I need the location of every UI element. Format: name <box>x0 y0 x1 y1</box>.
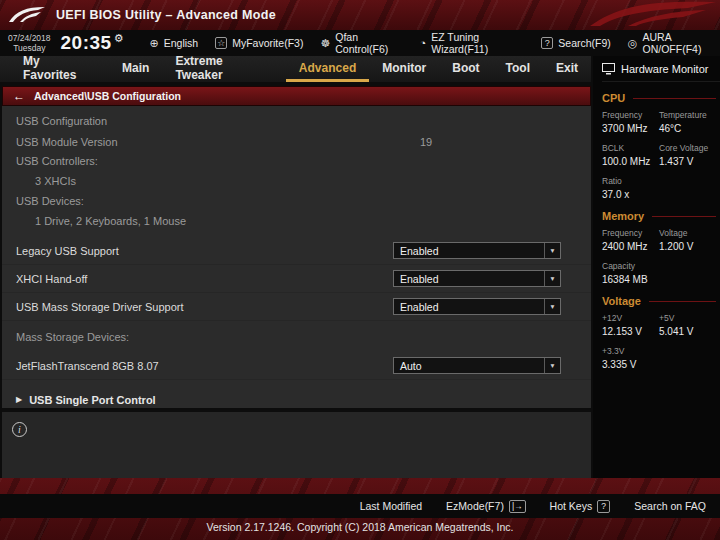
search-on-faq-button[interactable]: Search on FAQ <box>634 500 706 512</box>
submenu-arrow-icon: ▶ <box>16 395 22 404</box>
tab-advanced[interactable]: Advanced <box>286 56 369 82</box>
toolbar-item-myfavorite[interactable]: ☆MyFavorite(F3) <box>215 37 303 49</box>
tab-tool[interactable]: Tool <box>493 56 543 82</box>
back-arrow-icon[interactable]: ← <box>13 89 25 103</box>
hw-reading-cpu-temperature: Temperature46°C <box>659 110 720 134</box>
hw-section-title: CPU <box>602 92 625 104</box>
setting-row-usb-mass-storage-driver-support[interactable]: USB Mass Storage Driver SupportEnabled▼ <box>2 293 591 321</box>
tab-monitor[interactable]: Monitor <box>369 56 439 82</box>
clock-settings-gear-icon[interactable]: ⚙ <box>114 32 124 45</box>
setting-label: Legacy USB Support <box>16 245 119 257</box>
dropdown-selected-value: Enabled <box>394 245 544 257</box>
hw-reading-value: 3700 MHz <box>602 123 659 134</box>
time-display: 20:35 <box>61 32 112 54</box>
hw-reading-value: 16384 MB <box>602 274 659 285</box>
dropdown-xhci-hand-off[interactable]: Enabled▼ <box>393 270 561 287</box>
hw-reading-memory-capacity: Capacity16384 MB <box>602 261 659 285</box>
info-icon: i <box>12 422 27 437</box>
dropdown-jetflashtranscend-8gb-8-07[interactable]: Auto▼ <box>393 357 561 374</box>
setting-row-jetflashtranscend-8gb-8-07[interactable]: JetFlashTranscend 8GB 8.07Auto▼ <box>2 352 591 380</box>
help-description-box: i <box>2 410 591 478</box>
chevron-down-icon: ▼ <box>544 358 560 373</box>
search-on-faq-label: Search on FAQ <box>634 500 706 512</box>
ezmode-switch-icon: |→ <box>509 500 526 513</box>
toolbar-item-label: Qfan Control(F6) <box>335 31 402 55</box>
breadcrumb-path: Advanced\USB Configuration <box>34 90 181 102</box>
toolbar-item-search[interactable]: ?Search(F9) <box>541 37 611 49</box>
hw-reading-label: BCLK <box>602 143 659 153</box>
hot-keys-button[interactable]: Hot Keys ? <box>550 500 611 513</box>
hw-reading-label: +12V <box>602 313 659 323</box>
setting-label: 3 XHCIs <box>35 175 76 187</box>
setting-label: USB Mass Storage Driver Support <box>16 301 184 313</box>
setting-label: Mass Storage Devices: <box>16 331 129 343</box>
toolbar-item-aura[interactable]: ◎AURA ON/OFF(F4) <box>628 31 720 55</box>
hw-reading-label: +3.3V <box>602 346 659 356</box>
setting-label: USB Single Port Control <box>29 394 156 406</box>
hw-reading-label: Frequency <box>602 228 659 238</box>
hot-keys-question-icon: ? <box>597 500 610 513</box>
titlebar: UEFI BIOS Utility – Advanced Mode <box>0 0 720 30</box>
chevron-down-icon: ▼ <box>544 299 560 314</box>
tab-exit[interactable]: Exit <box>543 56 591 82</box>
toolbar-item-ez-tuning[interactable]: ◔EZ Tuning Wizard(F11) <box>420 31 525 55</box>
hw-reading-memory-frequency: Frequency2400 MHz <box>602 228 659 252</box>
tab-main[interactable]: Main <box>109 56 162 82</box>
wizard-icon: ◔ <box>420 37 427 49</box>
setting-row-usb-module-version: USB Module Version19 <box>2 132 591 151</box>
setting-row-mass-storage-devices: Mass Storage Devices: <box>2 327 591 346</box>
toolbar-item-qfan[interactable]: ☸Qfan Control(F6) <box>320 31 402 55</box>
tab-extreme-tweaker[interactable]: Extreme Tweaker <box>162 56 285 82</box>
chevron-down-icon: ▼ <box>544 243 560 258</box>
tab-boot[interactable]: Boot <box>439 56 492 82</box>
dropdown-legacy-usb-support[interactable]: Enabled▼ <box>393 242 561 259</box>
hw-reading-label: Ratio <box>602 176 659 186</box>
hw-reading-memory-voltage: Voltage1.200 V <box>659 228 720 252</box>
globe-icon: ⊕ <box>150 37 159 49</box>
hw-reading-value: 1.200 V <box>659 241 720 252</box>
setting-label: USB Controllers: <box>16 155 98 167</box>
setting-label: USB Devices: <box>16 195 84 207</box>
setting-row-legacy-usb-support[interactable]: Legacy USB SupportEnabled▼ <box>2 237 591 265</box>
hw-reading-value: 5.041 V <box>659 326 720 337</box>
dropdown-selected-value: Enabled <box>394 273 544 285</box>
hw-reading-label: Frequency <box>602 110 659 120</box>
section-divider <box>649 301 716 302</box>
setting-row-xhci-hand-off[interactable]: XHCI Hand-offEnabled▼ <box>2 265 591 293</box>
toolbar-item-label: Search(F9) <box>558 37 611 49</box>
setting-row-usb-configuration: USB Configuration <box>2 110 591 132</box>
hot-keys-label: Hot Keys <box>550 500 593 512</box>
hw-reading-voltage-3-3v: +3.3V3.335 V <box>602 346 659 370</box>
hw-section-cpu: CPUFrequency3700 MHzTemperature46°CBCLK1… <box>602 92 720 200</box>
hw-reading-cpu-bclk: BCLK100.0 MHz <box>602 143 659 167</box>
setting-label: USB Module Version <box>16 136 118 148</box>
hw-reading-value: 100.0 MHz <box>602 156 659 167</box>
toolbar-item-label: MyFavorite(F3) <box>232 37 303 49</box>
section-divider <box>633 98 716 99</box>
hw-reading-voltage-5v: +5V5.041 V <box>659 313 720 337</box>
dropdown-selected-value: Auto <box>394 360 544 372</box>
hw-section-title: Voltage <box>602 295 641 307</box>
day-value: Tuesday <box>8 43 51 53</box>
hw-reading-value: 37.0 x <box>602 189 659 200</box>
last-modified-button[interactable]: Last Modified <box>360 500 422 512</box>
toolbar-item-english[interactable]: ⊕English <box>150 37 199 49</box>
ezmode-button[interactable]: EzMode(F7) |→ <box>446 500 525 513</box>
bios-screen: UEFI BIOS Utility – Advanced Mode 07/24/… <box>0 0 720 540</box>
rog-logo-icon <box>8 5 46 25</box>
main-menu-tabs: My FavoritesMainExtreme TweakerAdvancedM… <box>0 56 591 82</box>
hw-reading-cpu-core-voltage: Core Voltage1.437 V <box>659 143 720 167</box>
tab-my-favorites[interactable]: My Favorites <box>10 56 109 82</box>
app-title: UEFI BIOS Utility – Advanced Mode <box>56 8 276 22</box>
monitor-icon <box>602 63 615 75</box>
setting-row-usb-devices: USB Devices: <box>2 191 591 210</box>
star-icon: ☆ <box>215 37 227 49</box>
setting-label: 1 Drive, 2 Keyboards, 1 Mouse <box>35 215 186 227</box>
dropdown-usb-mass-storage-driver-support[interactable]: Enabled▼ <box>393 298 561 315</box>
hw-reading-value: 46°C <box>659 123 720 134</box>
rog-eye-watermark-icon <box>588 0 718 30</box>
hw-reading-label: +5V <box>659 313 720 323</box>
hw-reading-value: 2400 MHz <box>602 241 659 252</box>
quick-toolbar: ⊕English☆MyFavorite(F3)☸Qfan Control(F6)… <box>150 31 720 55</box>
last-modified-label: Last Modified <box>360 500 422 512</box>
